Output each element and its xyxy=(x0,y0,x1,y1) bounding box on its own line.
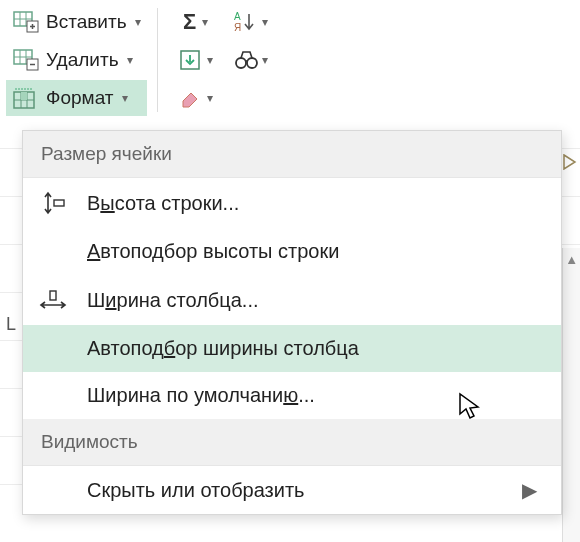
dropdown-arrow-icon: ▾ xyxy=(262,53,268,67)
dropdown-arrow-icon: ▾ xyxy=(127,53,133,67)
svg-text:A: A xyxy=(234,11,241,22)
delete-cells-button[interactable]: Удалить ▾ xyxy=(6,42,147,78)
sort-filter-button[interactable]: AЯ ▾ xyxy=(230,4,272,40)
menu-item-autofit-column-width[interactable]: Автоподбор ширины столбца xyxy=(23,325,561,372)
section-header-cell-size: Размер ячейки xyxy=(23,131,561,178)
svg-point-27 xyxy=(236,58,246,68)
dropdown-arrow-icon: ▾ xyxy=(207,53,213,67)
menu-item-default-width[interactable]: Ширина по умолчанию... xyxy=(23,372,561,419)
menu-item-autofit-row-height[interactable]: Автоподбор высоты строки xyxy=(23,228,561,275)
fill-down-icon xyxy=(179,49,201,71)
dropdown-arrow-icon: ▾ xyxy=(202,15,208,29)
svg-rect-30 xyxy=(54,200,64,206)
menu-item-row-height[interactable]: Высота строки... xyxy=(23,178,561,228)
binoculars-icon xyxy=(234,49,260,71)
menu-item-hide-unhide[interactable]: Скрыть или отобразить ▶ xyxy=(23,466,561,514)
insert-cells-button[interactable]: Вставить ▾ xyxy=(6,4,147,40)
column-width-icon xyxy=(31,287,75,313)
find-select-button[interactable]: ▾ xyxy=(230,42,272,78)
autosum-button[interactable]: Σ ▾ xyxy=(168,4,224,40)
menu-item-label: Ширина столбца... xyxy=(87,289,553,312)
insert-label: Вставить xyxy=(46,11,127,33)
ribbon-toolbar: Вставить ▾ Удалить ▾ Формат ▾ Σ ▾ AЯ xyxy=(0,0,580,116)
delete-cells-icon xyxy=(12,47,40,73)
format-label: Формат xyxy=(46,87,114,109)
fill-button[interactable]: ▾ xyxy=(168,42,224,78)
sigma-icon: Σ xyxy=(183,9,196,35)
eraser-icon xyxy=(179,87,201,109)
sort-az-icon: AЯ xyxy=(234,11,260,33)
svg-text:Я: Я xyxy=(234,22,241,33)
section-header-visibility: Видимость xyxy=(23,419,561,466)
svg-point-28 xyxy=(247,58,257,68)
dropdown-arrow-icon: ▾ xyxy=(262,15,268,29)
submenu-arrow-icon: ▶ xyxy=(522,478,537,502)
menu-item-column-width[interactable]: Ширина столбца... xyxy=(23,275,561,325)
row-height-icon xyxy=(31,190,75,216)
menu-item-label: Автоподбор высоты строки xyxy=(87,240,553,263)
column-header-label: L xyxy=(6,314,16,335)
clear-button[interactable]: ▾ xyxy=(168,80,224,116)
menu-item-label: Автоподбор ширины столбца xyxy=(87,337,553,360)
dropdown-arrow-icon: ▾ xyxy=(135,15,141,29)
svg-rect-31 xyxy=(50,291,56,300)
insert-cells-icon xyxy=(12,9,40,35)
scroll-up-arrow[interactable]: ▲ xyxy=(565,252,578,267)
menu-item-label: Скрыть или отобразить xyxy=(87,479,510,502)
format-cells-icon xyxy=(12,85,40,111)
format-button[interactable]: Формат ▾ xyxy=(6,80,147,116)
svg-rect-17 xyxy=(21,92,27,100)
dropdown-arrow-icon: ▾ xyxy=(207,91,213,105)
delete-label: Удалить xyxy=(46,49,119,71)
menu-item-label: Высота строки... xyxy=(87,192,553,215)
menu-item-label: Ширина по умолчанию... xyxy=(87,384,553,407)
dropdown-arrow-icon: ▾ xyxy=(122,91,128,105)
format-dropdown-menu: Размер ячейки Высота строки... Автоподбо… xyxy=(22,130,562,515)
edit-indicator-icon xyxy=(563,154,577,175)
vertical-scrollbar[interactable] xyxy=(562,248,580,542)
toolbar-divider xyxy=(157,8,158,112)
